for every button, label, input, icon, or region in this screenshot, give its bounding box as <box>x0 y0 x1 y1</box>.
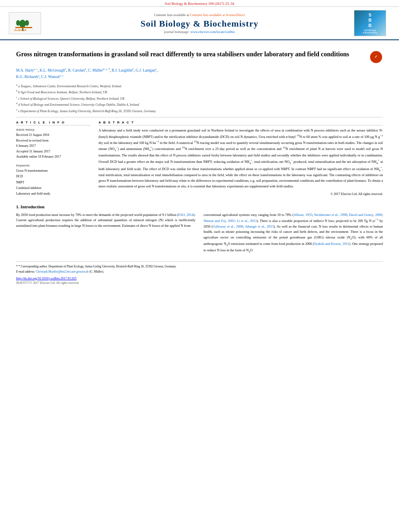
main-content: Gross nitrogen transformations in grassl… <box>0 40 399 289</box>
crossmark-icon[interactable]: ✓ <box>370 51 382 63</box>
issn-line: 0038-0717/© 2017 Elsevier Ltd. All right… <box>16 281 383 285</box>
svg-point-1 <box>19 20 26 28</box>
affiliations-block: a a Teagasc, Johnstown Castle, Environme… <box>16 83 383 114</box>
sbb-abbr: SBB <box>368 12 372 29</box>
date-revised: Received in revised form6 January 2017 <box>16 138 90 149</box>
author-lanigan: G.J. Lanigan <box>136 68 155 72</box>
intro-section-title: 1. Introduction <box>16 204 383 209</box>
ref-galloway-2008[interactable]: Galloway et al., 2008 <box>213 224 243 228</box>
intro-right-col: conventional agricultural systems vary, … <box>204 212 383 257</box>
abstract-text: A laboratory and a field study were cond… <box>99 128 383 189</box>
ref-steinheimer-1998[interactable]: Steinheimer et al., 1998 <box>314 213 347 217</box>
keyword-combined: Combined inhibitor <box>16 185 90 191</box>
svg-rect-4 <box>15 27 32 28</box>
copyright-notice: © 2017 Elsevier Ltd. All rights reserved… <box>99 192 383 196</box>
affil-b: b b Agri-Food and Biosciences Institute,… <box>16 89 383 95</box>
svg-point-2 <box>16 20 20 26</box>
keyword-dcd: DCD <box>16 174 90 179</box>
elsevier-logo-area: ELSEVIER <box>5 12 45 34</box>
author-laughlin: R.J. Laughlin <box>112 68 132 72</box>
section-divider <box>16 117 383 117</box>
affil-a: a a Teagasc, Johnstown Castle, Environme… <box>16 83 383 89</box>
keywords-label: Keywords: <box>16 164 90 167</box>
history-label: Article history: <box>16 128 90 131</box>
svg-point-3 <box>25 20 29 26</box>
affil-d: d d School of Biology and Environmental … <box>16 101 383 107</box>
ref-david-gentry-2000[interactable]: David and Gentry, 2000 <box>349 213 382 217</box>
footer-area: * * Corresponding author. Department of … <box>16 261 383 285</box>
author-harty: M.A. Harty <box>16 68 34 72</box>
article-info-label: A R T I C L E I N F O <box>16 121 90 125</box>
article-history-block: Article history: Received 21 August 2016… <box>16 128 90 160</box>
sbb-thumbnail: SBB Soil Biology& Biochemistry <box>354 10 386 36</box>
date-received: Received 21 August 2016 <box>16 132 90 138</box>
sbb-full-label: Soil Biology& Biochemistry <box>363 29 378 34</box>
ref-watson-foy-2001[interactable]: Watson and Foy, 2001 <box>204 219 235 223</box>
affil-e: e e Department of Plant Ecology, Justus-… <box>16 108 383 114</box>
journal-citation-text: Soil Biology & Biochemistry 109 (2017) 2… <box>165 2 234 6</box>
article-info-abstract-row: A R T I C L E I N F O Article history: R… <box>16 121 383 197</box>
authors-line: M.A. Hartya, c, K.L. McGeoughb, R. Carol… <box>16 67 383 80</box>
article-title-row: Gross nitrogen transformations in grassl… <box>16 50 383 64</box>
ref-jahangir-2013[interactable]: Jahangir et al., 2013 <box>245 224 274 228</box>
intro-section: 1. Introduction By 2050 food production … <box>16 204 383 257</box>
article-info-col: A R T I C L E I N F O Article history: R… <box>16 121 90 197</box>
corresponding-author-note: * * Corresponding author. Department of … <box>16 264 383 269</box>
elsevier-logo-image: ELSEVIER <box>9 12 41 34</box>
author-richards: K.G. Richards <box>16 75 38 79</box>
intro-left-col: By 2050 food production must increase by… <box>16 212 195 257</box>
email-footnote: E-mail address: Christoph.Mueller@bot2.b… <box>16 269 383 274</box>
keywords-block: Keywords: Gross N transformations DCD NB… <box>16 164 90 197</box>
homepage-link[interactable]: www.elsevier.com/locate/soilbio <box>190 30 235 34</box>
ref-fao-2014[interactable]: FAO, 2014 <box>178 213 193 217</box>
date-accepted: Accepted 31 January 2017 <box>16 149 90 154</box>
ref-syakila-kroeze-2011[interactable]: Syakila and Kroeze, 2011 <box>314 242 350 246</box>
crossmark-badge[interactable]: ✓ <box>369 50 383 64</box>
keyword-lab-field: Laboratory and field study <box>16 191 90 197</box>
author-muller: C. Müller <box>88 68 103 72</box>
journal-cover-thumb: SBB Soil Biology& Biochemistry <box>354 10 394 36</box>
elsevier-tree-icon: ELSEVIER <box>14 15 36 32</box>
journal-citation-bar: Soil Biology & Biochemistry 109 (2017) 2… <box>0 0 399 7</box>
doi-line[interactable]: http://dx.doi.org/10.1016/j.soilbio.2017… <box>16 277 383 280</box>
ref-allison-1955[interactable]: Allison, 1955 <box>294 213 313 217</box>
journal-homepage: journal homepage: www.elsevier.com/locat… <box>45 30 354 34</box>
author-carolan: R. Carolan <box>68 68 84 72</box>
journal-title-area: Contents lists available at Contents lis… <box>45 13 354 34</box>
article-title-text: Gross nitrogen transformations in grassl… <box>16 50 369 59</box>
sciencedirect-label: Contents lists available at Contents lis… <box>45 13 354 17</box>
abstract-label: A B S T R A C T <box>99 121 383 125</box>
keyword-nbpt: NBPT <box>16 180 90 185</box>
abstract-col: A B S T R A C T A laboratory and a field… <box>99 121 383 197</box>
keyword-gross-n: Gross N transformations <box>16 168 90 174</box>
sciencedirect-link[interactable]: Contents lists available at ScienceDirec… <box>190 13 245 17</box>
ref-li-2013[interactable]: Li et al., 2013 <box>237 219 257 223</box>
journal-name: Soil Biology & Biochemistry <box>45 18 354 29</box>
affil-c: c c School of Biological Sciences, Queen… <box>16 95 383 101</box>
journal-header: ELSEVIER Contents lists available at Con… <box>0 7 399 40</box>
author-watson: C.J. Watson <box>41 75 59 79</box>
svg-text:ELSEVIER: ELSEVIER <box>14 29 27 31</box>
date-online: Available online 10 February 2017 <box>16 154 90 160</box>
email-link[interactable]: Christoph.Mueller@bot2.bio.uni-giessen.d… <box>36 270 89 273</box>
author-mcgeough: K.L. McGeough <box>40 68 65 72</box>
elsevier-logo: ELSEVIER <box>5 12 45 34</box>
intro-body-cols: By 2050 food production must increase by… <box>16 212 383 257</box>
doi-link[interactable]: http://dx.doi.org/10.1016/j.soilbio.2017… <box>16 277 76 280</box>
